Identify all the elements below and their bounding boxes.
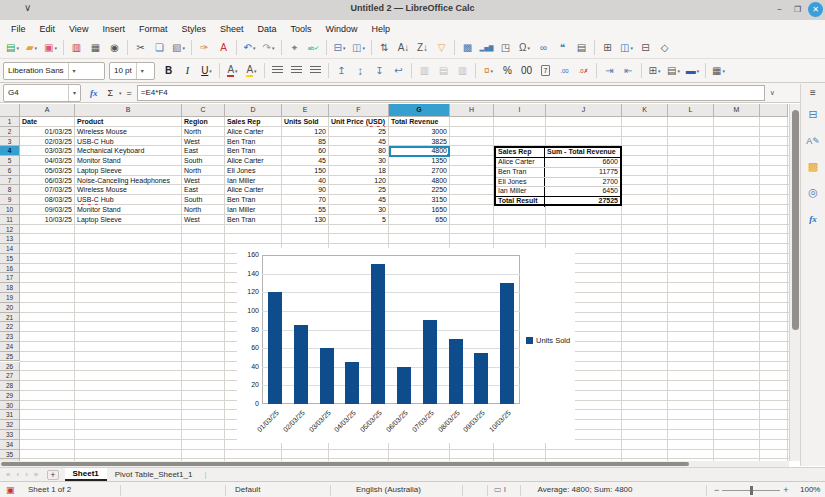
row-header-15[interactable]: 15 xyxy=(0,254,20,264)
row-header-33[interactable]: 33 xyxy=(0,430,20,440)
save-button[interactable]: ▣▾ xyxy=(42,39,59,57)
column-header-A[interactable]: A xyxy=(20,104,75,117)
close-button[interactable]: ✕ xyxy=(808,2,823,17)
format-currency-button[interactable]: ¤▾ xyxy=(480,62,497,80)
cell-E11[interactable]: 130 xyxy=(283,215,327,225)
cell-B10[interactable]: Monitor Stand xyxy=(76,205,180,215)
menu-data[interactable]: Data xyxy=(250,23,283,35)
align-center-button[interactable] xyxy=(288,62,305,80)
cell-E3[interactable]: 85 xyxy=(283,137,327,147)
cell-D4[interactable]: Ben Tran xyxy=(226,146,280,156)
row-header-26[interactable]: 26 xyxy=(0,362,20,372)
menu-file[interactable]: File xyxy=(4,23,33,35)
page-style-status[interactable]: Default xyxy=(235,485,260,494)
pivot-cell[interactable]: 2700 xyxy=(545,178,620,187)
cell-A9[interactable]: 08/03/25 xyxy=(21,195,73,205)
center-vertically-button[interactable]: ↨ xyxy=(352,62,369,80)
pivot-cell[interactable]: Ben Tran xyxy=(496,168,545,177)
clone-formatting-button[interactable]: ✑ xyxy=(196,39,213,57)
column-header-J[interactable]: J xyxy=(546,104,622,117)
font-color-button[interactable]: A▾ xyxy=(224,62,241,80)
chevron-down-icon[interactable]: ▾ xyxy=(527,45,530,51)
wrap-text-button[interactable]: ↩ xyxy=(390,62,407,80)
pivot-cell[interactable]: Total Result xyxy=(496,197,545,207)
highlighting-color-button[interactable]: A▾ xyxy=(243,62,260,80)
pivot-cell[interactable]: 6600 xyxy=(545,158,620,167)
zoom-level[interactable]: 100% xyxy=(800,485,820,494)
copy-button[interactable]: ❏ xyxy=(151,39,168,57)
sidebar-styles-icon[interactable]: A✎ xyxy=(804,131,823,150)
chevron-down-icon[interactable]: ▾ xyxy=(253,45,256,51)
menu-tools[interactable]: Tools xyxy=(283,23,318,35)
zoom-out-button[interactable]: − xyxy=(714,485,719,495)
cell-D9[interactable]: Ben Tran xyxy=(226,195,280,205)
previous-sheet-button[interactable]: ‹ xyxy=(13,470,22,479)
sidebar-functions-icon[interactable]: fx xyxy=(804,209,823,228)
formula-equals-button[interactable]: = xyxy=(122,88,137,98)
row-header-12[interactable]: 12 xyxy=(0,225,20,235)
underline-button[interactable]: U▾ xyxy=(198,62,215,80)
pivot-cell[interactable]: Sales Rep xyxy=(496,148,545,157)
vertical-scrollbar[interactable] xyxy=(789,104,800,461)
cell-A5[interactable]: 04/03/25 xyxy=(21,156,73,166)
align-right-button[interactable] xyxy=(307,62,324,80)
row-header-3[interactable]: 3 xyxy=(0,137,20,147)
cell-A4[interactable]: 03/03/25 xyxy=(21,146,73,156)
freeze-rows-columns-button[interactable]: ◫▾ xyxy=(618,39,635,57)
cell-F8[interactable]: 25 xyxy=(330,185,387,195)
row-header-5[interactable]: 5 xyxy=(0,156,20,166)
unmerge-cells-button[interactable]: ▥ xyxy=(454,62,471,80)
cell-C4[interactable]: East xyxy=(183,146,223,156)
pivot-cell[interactable]: Ian Miller xyxy=(496,187,545,196)
row-header-13[interactable]: 13 xyxy=(0,234,20,244)
sheet-tab-pivot-table-sheet1-1[interactable]: Pivot Table_Sheet1_1 xyxy=(107,469,201,480)
cell-A1[interactable]: Date xyxy=(21,117,73,127)
cell-D7[interactable]: Ian Miller xyxy=(226,176,280,186)
chevron-down-icon[interactable]: ▾ xyxy=(362,45,365,51)
row-header-10[interactable]: 10 xyxy=(0,205,20,215)
cell-F1[interactable]: Unit Price (USD) xyxy=(330,117,387,127)
column-header-L[interactable]: L xyxy=(668,104,714,117)
cell-A6[interactable]: 05/03/25 xyxy=(21,166,73,176)
column-header-I[interactable]: I xyxy=(494,104,546,117)
name-box[interactable]: G4 ▾ xyxy=(3,84,81,102)
cell-D5[interactable]: Alice Carter xyxy=(226,156,280,166)
font-name-combobox[interactable]: Liberation Sans ▾ xyxy=(3,62,105,80)
row-header-1[interactable]: 1 xyxy=(0,117,20,127)
row-header-2[interactable]: 2 xyxy=(0,127,20,137)
chevron-down-icon[interactable]: ▾ xyxy=(630,45,633,51)
next-sheet-button[interactable]: › xyxy=(22,470,31,479)
cell-C8[interactable]: East xyxy=(183,185,223,195)
cell-G1[interactable]: Total Revenue xyxy=(390,117,448,127)
borders-button[interactable]: ⊞▾ xyxy=(646,62,663,80)
cell-C3[interactable]: West xyxy=(183,137,223,147)
cell-F3[interactable]: 45 xyxy=(330,137,387,147)
column-button[interactable]: ◫▾ xyxy=(350,39,367,57)
row-header-6[interactable]: 6 xyxy=(0,166,20,176)
pivot-cell[interactable]: Alice Carter xyxy=(496,158,545,167)
sort-ascending-button[interactable]: A↓ xyxy=(395,39,412,57)
cell-F5[interactable]: 30 xyxy=(330,156,387,166)
row-header-29[interactable]: 29 xyxy=(0,391,20,401)
chevron-down-icon[interactable]: ▾ xyxy=(722,68,725,74)
cell-C6[interactable]: North xyxy=(183,166,223,176)
zoom-slider[interactable] xyxy=(722,490,780,491)
row-header-19[interactable]: 19 xyxy=(0,293,20,303)
sidebar-gallery-icon[interactable]: ▩ xyxy=(804,157,823,176)
cell-C2[interactable]: North xyxy=(183,127,223,137)
menu-insert[interactable]: Insert xyxy=(95,23,132,35)
cell-D8[interactable]: Alice Carter xyxy=(226,185,280,195)
chevron-down-icon[interactable]: ▾ xyxy=(35,45,38,51)
chevron-down-icon[interactable]: ▾ xyxy=(677,68,680,74)
cell-A2[interactable]: 01/03/25 xyxy=(21,127,73,137)
row-header-28[interactable]: 28 xyxy=(0,381,20,391)
italic-button[interactable]: I xyxy=(179,62,196,80)
function-wizard-button[interactable]: fx xyxy=(85,88,103,98)
autofilter-button[interactable]: ▽ xyxy=(433,39,450,57)
cell-G2[interactable]: 3000 xyxy=(390,127,448,137)
cell-C10[interactable]: North xyxy=(183,205,223,215)
background-color-button[interactable]: ▬▾ xyxy=(684,62,701,80)
column-header-E[interactable]: E xyxy=(282,104,329,117)
row-header-18[interactable]: 18 xyxy=(0,283,20,293)
cell-E1[interactable]: Units Sold xyxy=(283,117,327,127)
